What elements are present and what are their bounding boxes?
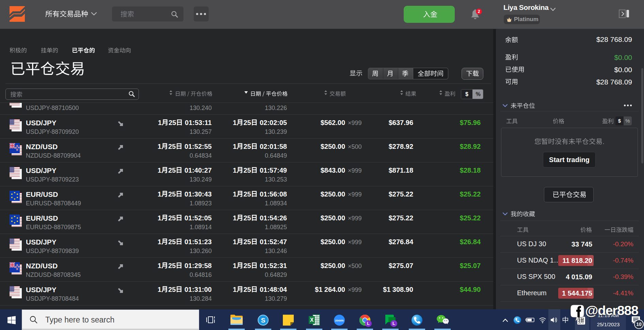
svg-text:X: X (310, 317, 314, 323)
svg-text:S: S (261, 317, 265, 324)
svg-text:@der888: @der888 (585, 303, 638, 318)
svg-text:zoom: zoom (335, 318, 344, 322)
